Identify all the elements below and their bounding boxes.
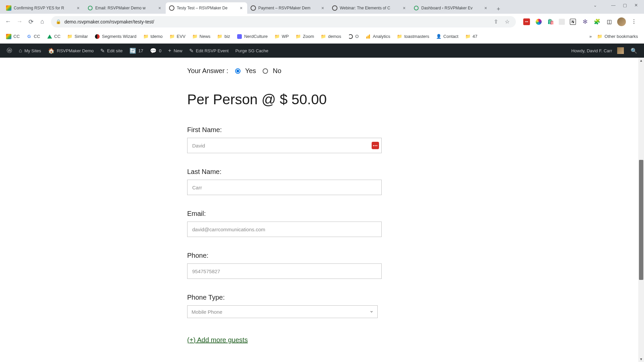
wp-comments[interactable]: 💬0 bbox=[147, 44, 165, 58]
wp-logo[interactable]: ⓦ bbox=[3, 44, 15, 58]
rsvp-form: Your Answer : Yes No Per Person @ $ 50.0… bbox=[187, 67, 382, 344]
sidepanel-icon[interactable]: ◫ bbox=[605, 18, 613, 26]
pencil-icon: ✎ bbox=[100, 48, 105, 54]
folder-icon: 📁 bbox=[465, 34, 471, 39]
bookmark-bar: CC GCC CC 📁Similar Segments Wizard 📁tdem… bbox=[0, 29, 644, 44]
pencil-icon: ✎ bbox=[189, 48, 194, 54]
overflow-icon[interactable]: » bbox=[589, 34, 592, 39]
bookmark-nerdculture[interactable]: NerdCulture bbox=[235, 33, 270, 41]
contact-icon: 👤 bbox=[436, 34, 441, 39]
tab-search-icon[interactable]: ⌄ bbox=[593, 3, 597, 8]
tab-2-active[interactable]: Testy Test – RSVPMaker De × bbox=[166, 2, 247, 14]
tab-0[interactable]: Confirming RSVP YES for R × bbox=[3, 2, 84, 14]
address-bar[interactable]: 🔒 demo.rsvpmaker.com/rsvpmaker/testy-tes… bbox=[51, 16, 516, 27]
gmail-icon bbox=[6, 5, 11, 11]
analytics-icon bbox=[365, 34, 371, 39]
phone-input[interactable] bbox=[187, 263, 382, 279]
flower-ext-icon[interactable]: ✻ bbox=[581, 18, 589, 26]
tab-4[interactable]: Webinar: The Elements of C × bbox=[329, 2, 410, 14]
wp-my-sites[interactable]: ⌂My Sites bbox=[15, 44, 45, 58]
folder-icon: 📁 bbox=[397, 34, 402, 39]
home-button[interactable]: ⌂ bbox=[38, 17, 47, 26]
tab-3[interactable]: Payment – RSVPMaker Dem × bbox=[247, 2, 329, 14]
close-window-icon[interactable]: ✕ bbox=[634, 3, 638, 8]
wp-edit-event[interactable]: ✎Edit RSVP Event bbox=[186, 44, 232, 58]
wordpress-icon: ⓦ bbox=[7, 47, 12, 54]
notion-ext-icon[interactable]: N bbox=[569, 18, 577, 26]
wordpress-icon bbox=[169, 5, 174, 11]
drive-icon bbox=[47, 34, 52, 39]
reload-button[interactable]: ⟳ bbox=[26, 17, 36, 26]
scroll-up-icon[interactable]: ▲ bbox=[638, 58, 644, 63]
scrollbar-track[interactable]: ▲ ▼ bbox=[638, 58, 644, 362]
phone-type-select[interactable]: Mobile Phone bbox=[187, 305, 378, 318]
bookmark-overflow: » 📁Other bookmarks bbox=[589, 33, 640, 41]
blank-ext-icon[interactable] bbox=[559, 19, 565, 25]
last-name-input[interactable] bbox=[187, 180, 382, 195]
tab-1[interactable]: Email: RSVPMaker Demo w × bbox=[84, 2, 166, 14]
user-avatar bbox=[617, 47, 624, 54]
browser-chrome: Confirming RSVP YES for R × Email: RSVPM… bbox=[0, 0, 644, 44]
bookmark-analytics[interactable]: Analytics bbox=[363, 33, 392, 41]
close-icon[interactable]: × bbox=[483, 5, 488, 11]
profile-avatar[interactable] bbox=[617, 17, 626, 26]
tab-5[interactable]: Dashboard ‹ RSVPMaker Ev × bbox=[410, 2, 492, 14]
bookmark-toastmasters[interactable]: 📁toastmasters bbox=[395, 33, 431, 41]
shopping-ext-icon[interactable]: 🛍️ bbox=[547, 18, 555, 26]
add-guests-link[interactable]: (+) Add more guests bbox=[187, 336, 248, 344]
radio-yes[interactable] bbox=[235, 68, 240, 74]
tab-title: Dashboard ‹ RSVPMaker Ev bbox=[421, 6, 481, 10]
bookmark-cc-drive[interactable]: CC bbox=[45, 33, 63, 41]
page-content: Your Answer : Yes No Per Person @ $ 50.0… bbox=[0, 58, 644, 362]
new-tab-button[interactable]: + bbox=[494, 4, 503, 14]
bookmark-contact[interactable]: 👤Contact bbox=[434, 33, 461, 41]
wp-search[interactable]: 🔍 bbox=[627, 48, 641, 54]
close-icon[interactable]: × bbox=[75, 5, 81, 11]
extensions-icon[interactable]: 🧩 bbox=[593, 18, 601, 26]
radio-no[interactable] bbox=[263, 68, 268, 74]
circle-icon bbox=[414, 5, 419, 11]
menu-icon[interactable]: ⋮ bbox=[630, 18, 638, 26]
close-icon[interactable]: × bbox=[401, 5, 407, 11]
first-name-input[interactable] bbox=[187, 138, 382, 153]
scroll-down-icon[interactable]: ▼ bbox=[638, 356, 644, 362]
bookmark-news[interactable]: 📁News bbox=[190, 33, 213, 41]
bookmark-segments[interactable]: Segments Wizard bbox=[93, 33, 139, 41]
bookmark-cc-gmail[interactable]: CC bbox=[4, 33, 22, 41]
bookmark-47[interactable]: 📁47 bbox=[463, 33, 479, 41]
other-bookmarks[interactable]: 📁Other bookmarks bbox=[595, 33, 640, 41]
field-last-name: Last Name: bbox=[187, 168, 382, 195]
phone-label: Phone: bbox=[187, 252, 382, 259]
forward-button[interactable]: → bbox=[15, 17, 24, 26]
bookmark-evv[interactable]: 📁EVV bbox=[167, 33, 187, 41]
bookmark-biz[interactable]: 📁biz bbox=[215, 33, 232, 41]
wp-purge-cache[interactable]: Purge SG Cache bbox=[232, 44, 272, 58]
maximize-icon[interactable]: ▢ bbox=[623, 3, 627, 8]
share-icon[interactable]: ⇪ bbox=[492, 18, 500, 26]
lastpass-fill-icon[interactable]: ••• bbox=[372, 142, 379, 149]
wp-updates[interactable]: 🔄17 bbox=[126, 44, 147, 58]
minimize-icon[interactable]: — bbox=[611, 3, 615, 8]
email-input[interactable] bbox=[187, 222, 382, 237]
close-icon[interactable]: × bbox=[320, 5, 325, 11]
lastpass-ext-icon[interactable]: ••• bbox=[523, 18, 531, 26]
colorful-ext-icon[interactable] bbox=[535, 18, 543, 26]
bookmark-o[interactable]: O bbox=[346, 33, 361, 41]
bookmark-demos[interactable]: 📁demos bbox=[319, 33, 343, 41]
wp-new[interactable]: +New bbox=[165, 44, 185, 58]
wp-site-name[interactable]: 🏠RSVPMaker Demo bbox=[45, 44, 97, 58]
email-label: Email: bbox=[187, 210, 382, 218]
star-icon[interactable]: ☆ bbox=[503, 18, 511, 26]
close-icon[interactable]: × bbox=[157, 5, 162, 11]
back-button[interactable]: ← bbox=[3, 17, 13, 26]
bookmark-tdemo[interactable]: 📁tdemo bbox=[141, 33, 165, 41]
wp-edit-site[interactable]: ✎Edit site bbox=[97, 44, 126, 58]
folder-icon: 📁 bbox=[217, 34, 222, 39]
bookmark-similar[interactable]: 📁Similar bbox=[65, 33, 90, 41]
scrollbar-thumb[interactable] bbox=[639, 160, 643, 280]
close-icon[interactable]: × bbox=[238, 5, 244, 11]
bookmark-cc-google[interactable]: GCC bbox=[24, 33, 42, 41]
bookmark-zoom[interactable]: 📁Zoom bbox=[293, 33, 316, 41]
wp-howdy[interactable]: Howdy, David F. Carr bbox=[568, 47, 627, 54]
bookmark-wp[interactable]: 📁WP bbox=[272, 33, 291, 41]
